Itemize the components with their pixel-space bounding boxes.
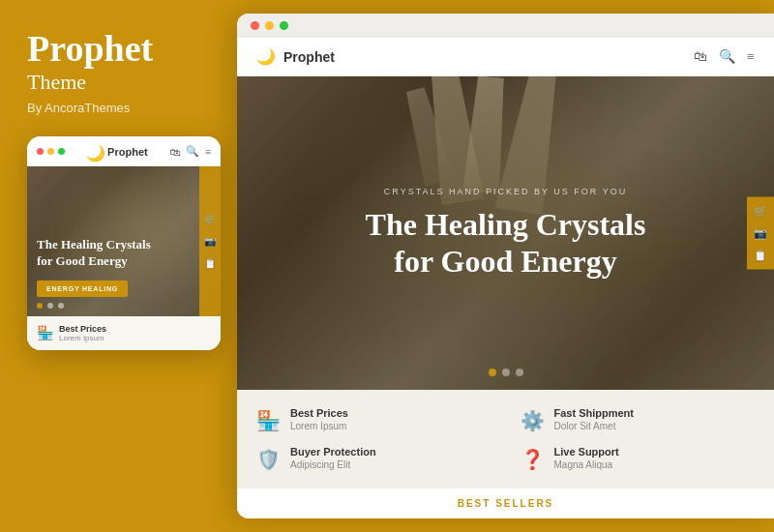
mobile-dot-yellow bbox=[47, 148, 54, 155]
desktop-feature-text-3: Live Support Magna Aliqua bbox=[554, 446, 619, 470]
chrome-dot-red bbox=[251, 21, 259, 30]
mobile-hero-text: The Healing Crystalsfor Good Energy ENER… bbox=[27, 229, 161, 316]
desktop-feature-item-1: ⚙️ Fast Shippment Dolor Sit Amet bbox=[521, 407, 756, 432]
desktop-hero-dot-1[interactable] bbox=[489, 369, 496, 376]
desktop-chrome bbox=[237, 14, 774, 38]
mobile-feature-item: 🏪 Best Prices Lorem Ipsum bbox=[37, 324, 211, 342]
mobile-slide-dot-3[interactable] bbox=[58, 303, 64, 309]
mobile-feature-text: Best Prices Lorem Ipsum bbox=[59, 324, 106, 342]
brand-title: Prophet bbox=[27, 29, 218, 70]
desktop-feature-sub-2: Adipiscing Elit bbox=[290, 459, 376, 470]
desktop-brand-name: Prophet bbox=[283, 49, 335, 65]
desktop-best-sellers: BEST SELLERS bbox=[237, 488, 774, 518]
desktop-feature-sub-1: Dolor Sit Amet bbox=[554, 421, 635, 431]
desktop-feature-icon-3: ❓ bbox=[521, 448, 545, 471]
desktop-feature-title-2: Buyer Protection bbox=[290, 446, 376, 458]
desktop-hero: CRYSTALS HAND PICKED BY US FOR YOU The H… bbox=[237, 76, 774, 390]
chrome-dot-green bbox=[280, 21, 288, 30]
desktop-feature-sub-0: Lorem Ipsum bbox=[290, 421, 348, 431]
desktop-menu-icon[interactable]: ≡ bbox=[747, 49, 755, 65]
mobile-cart-icon[interactable]: 🛒 bbox=[204, 214, 216, 224]
mobile-features: 🏪 Best Prices Lorem Ipsum bbox=[27, 316, 221, 350]
mobile-nav-icons: 🛍 🔍 ≡ bbox=[169, 145, 211, 158]
desktop-bag-icon[interactable]: 🛍 bbox=[694, 49, 707, 65]
desktop-nav-right: 🛍 🔍 ≡ bbox=[694, 48, 755, 65]
mobile-menu-icon[interactable]: ≡ bbox=[205, 146, 211, 158]
mobile-dot-red bbox=[37, 148, 44, 155]
desktop-navbar: 🌙 Prophet 🛍 🔍 ≡ bbox=[237, 38, 774, 76]
desktop-floating-clipboard-icon[interactable]: 📋 bbox=[754, 250, 767, 262]
desktop-floating-bag-icon[interactable]: 🛒 bbox=[754, 205, 767, 218]
mobile-slide-dot-2[interactable] bbox=[47, 303, 53, 309]
desktop-right-floating-icons: 🛒 📷 📋 bbox=[747, 197, 774, 270]
desktop-hero-dot-2[interactable] bbox=[502, 369, 510, 376]
mobile-hero-button[interactable]: ENERGY HEALING bbox=[37, 281, 128, 297]
mobile-clipboard-icon[interactable]: 📋 bbox=[204, 258, 216, 269]
desktop-hero-dots bbox=[489, 369, 523, 376]
desktop-feature-text-1: Fast Shippment Dolor Sit Amet bbox=[554, 407, 635, 431]
desktop-features: 🏪 Best Prices Lorem Ipsum ⚙️ Fast Shippm… bbox=[237, 390, 774, 488]
mobile-brand-name: Prophet bbox=[107, 146, 148, 158]
desktop-feature-text-0: Best Prices Lorem Ipsum bbox=[290, 407, 348, 431]
desktop-feature-item-2: 🛡️ Buyer Protection Adipiscing Elit bbox=[256, 446, 491, 471]
desktop-best-sellers-label: BEST SELLERS bbox=[256, 498, 755, 509]
mobile-right-icons: 🛒 📷 📋 bbox=[199, 166, 221, 316]
mobile-top-bar: 🌙 Prophet 🛍 🔍 ≡ bbox=[27, 136, 221, 166]
desktop-feature-text-2: Buyer Protection Adipiscing Elit bbox=[290, 446, 376, 470]
brand-subtitle: Theme bbox=[27, 70, 218, 95]
desktop-moon-icon: 🌙 bbox=[256, 47, 276, 66]
left-panel: Prophet Theme By AncoraThemes 🌙 Prophet … bbox=[0, 0, 237, 532]
desktop-hero-subtitle: CRYSTALS HAND PICKED BY US FOR YOU bbox=[384, 187, 627, 196]
desktop-feature-title-1: Fast Shippment bbox=[554, 407, 635, 419]
mobile-moon-icon: 🌙 bbox=[86, 144, 102, 160]
desktop-floating-photo-icon[interactable]: 📷 bbox=[754, 227, 767, 240]
mobile-window-dots bbox=[37, 148, 65, 155]
mobile-feature-subtitle: Lorem Ipsum bbox=[59, 334, 106, 342]
mobile-dot-green bbox=[58, 148, 65, 155]
desktop-feature-icon-0: 🏪 bbox=[256, 409, 281, 432]
desktop-feature-item-0: 🏪 Best Prices Lorem Ipsum bbox=[256, 407, 491, 432]
mobile-slide-dot-1[interactable] bbox=[37, 303, 43, 309]
desktop-feature-title-3: Live Support bbox=[554, 446, 619, 458]
mobile-search-icon[interactable]: 🔍 bbox=[186, 145, 199, 158]
desktop-feature-icon-2: 🛡️ bbox=[256, 448, 281, 471]
mobile-hero: The Healing Crystalsfor Good Energy ENER… bbox=[27, 166, 221, 316]
desktop-search-icon[interactable]: 🔍 bbox=[719, 48, 735, 65]
desktop-feature-title-0: Best Prices bbox=[290, 407, 348, 419]
desktop-hero-title: The Healing Crystalsfor Good Energy bbox=[366, 206, 646, 281]
desktop-feature-item-3: ❓ Live Support Magna Aliqua bbox=[521, 446, 756, 471]
mobile-mockup: 🌙 Prophet 🛍 🔍 ≡ The Healing Crystalsfor … bbox=[27, 136, 221, 350]
mobile-bag-icon[interactable]: 🛍 bbox=[169, 146, 180, 158]
mobile-hero-title: The Healing Crystalsfor Good Energy bbox=[37, 237, 151, 270]
brand-author: By AncoraThemes bbox=[27, 101, 218, 115]
mobile-photo-icon[interactable]: 📷 bbox=[204, 236, 216, 247]
desktop-hero-dot-3[interactable] bbox=[516, 369, 523, 376]
desktop-feature-icon-1: ⚙️ bbox=[521, 409, 545, 432]
mobile-nav-content: 🌙 Prophet bbox=[86, 144, 148, 160]
mobile-feature-title: Best Prices bbox=[59, 324, 106, 334]
desktop-nav-left: 🌙 Prophet bbox=[256, 47, 335, 66]
desktop-hero-content: CRYSTALS HAND PICKED BY US FOR YOU The H… bbox=[237, 76, 774, 390]
right-panel: 🌙 Prophet 🛍 🔍 ≡ CRYSTALS HAND PICKED BY … bbox=[237, 14, 774, 518]
mobile-feature-icon: 🏪 bbox=[37, 325, 53, 341]
desktop-feature-sub-3: Magna Aliqua bbox=[554, 459, 619, 470]
chrome-dot-yellow bbox=[265, 21, 274, 30]
mobile-slide-dots bbox=[37, 303, 151, 309]
